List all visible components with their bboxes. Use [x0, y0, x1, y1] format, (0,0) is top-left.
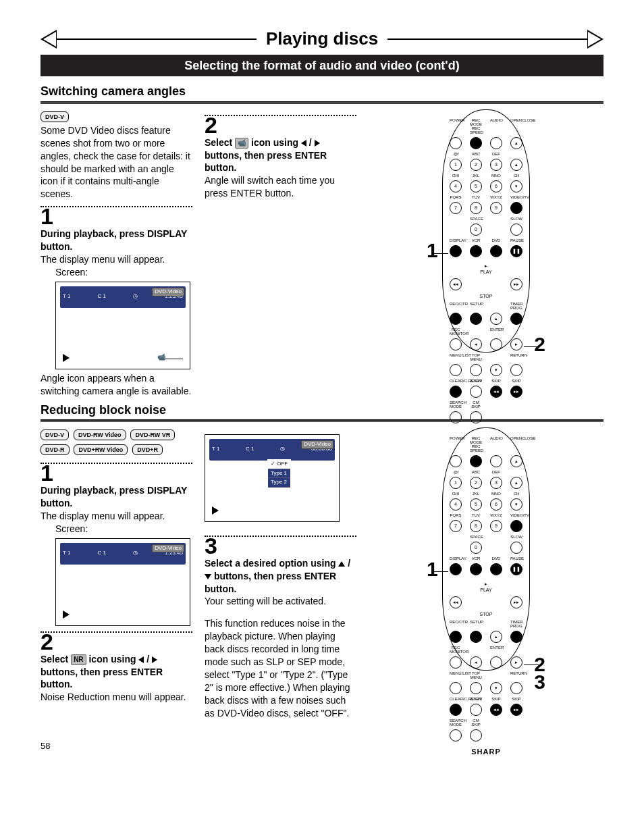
osd-title-chapter: C 1	[246, 446, 254, 453]
ch-up[interactable]: ▴	[510, 477, 522, 489]
zoom-button[interactable]	[470, 704, 482, 716]
dvd-button[interactable]	[490, 245, 502, 257]
search-button[interactable]	[450, 411, 462, 423]
digit-0[interactable]: 0	[470, 224, 482, 236]
recmon-button[interactable]	[450, 338, 462, 350]
digit-2[interactable]: 2	[470, 159, 482, 171]
pause-button[interactable]: ❚❚	[510, 563, 522, 575]
zoom-button[interactable]	[470, 386, 482, 398]
osd-clock-icon: ◷	[133, 293, 138, 301]
ff-button[interactable]: ▸▸	[510, 278, 522, 290]
display-button[interactable]	[450, 245, 462, 257]
videotv-button[interactable]	[510, 202, 522, 214]
digit-8[interactable]: 8	[470, 202, 482, 214]
rec-button[interactable]	[450, 313, 462, 325]
up-button[interactable]: ▴	[490, 631, 502, 643]
skipback-button[interactable]: ◂◂	[490, 704, 502, 716]
digit-2[interactable]: 2	[470, 477, 482, 489]
rew-button[interactable]: ◂◂	[450, 278, 462, 290]
enter-button[interactable]	[490, 656, 502, 669]
ch-down[interactable]: ▾	[510, 180, 522, 192]
digit-9[interactable]: 9	[490, 520, 502, 532]
return-button[interactable]	[510, 682, 522, 694]
down-button[interactable]: ▾	[490, 364, 502, 376]
digit-9[interactable]: 9	[490, 202, 502, 214]
btn-label: DEF	[490, 470, 502, 474]
menu-button[interactable]	[450, 682, 462, 694]
clear-button[interactable]	[450, 704, 462, 716]
setup-button[interactable]	[470, 313, 482, 325]
btn-label: POWER	[450, 118, 462, 134]
right-button[interactable]: ▸	[510, 656, 522, 669]
recmode-button[interactable]	[470, 455, 482, 467]
display-button[interactable]	[450, 563, 462, 575]
openclose-button[interactable]: ▴	[510, 137, 522, 149]
rec-button[interactable]	[450, 631, 462, 643]
timer-button[interactable]	[510, 631, 522, 643]
slow-button[interactable]	[510, 542, 522, 554]
pause-button[interactable]: ❚❚	[510, 245, 522, 257]
ff-button[interactable]: ▸▸	[510, 596, 522, 608]
setup-button[interactable]	[470, 631, 482, 643]
left-button[interactable]: ◂	[470, 338, 482, 350]
digit-6[interactable]: 6	[490, 498, 502, 511]
left-button[interactable]: ◂	[470, 656, 482, 669]
disc-badge: DVD-RW Video	[74, 429, 126, 440]
right-button[interactable]: ▸	[510, 338, 522, 350]
digit-6[interactable]: 6	[490, 180, 502, 192]
digit-5[interactable]: 5	[470, 180, 482, 192]
text: Select	[41, 654, 68, 664]
btn-label: REC MONITOR	[450, 646, 462, 654]
power-button[interactable]	[450, 137, 462, 149]
digit-3[interactable]: 3	[490, 159, 502, 171]
btn-label: TIMER PROG.	[510, 302, 522, 310]
menu-button[interactable]	[450, 364, 462, 376]
clear-button[interactable]	[450, 386, 462, 398]
openclose-button[interactable]: ▴	[510, 455, 522, 467]
check-icon: ✓	[271, 461, 275, 467]
chevron-right-icon	[587, 30, 603, 49]
cmskip-button[interactable]	[470, 411, 482, 423]
skipfwd-button[interactable]: ▸▸	[510, 704, 522, 716]
videotv-button[interactable]	[510, 520, 522, 532]
digit-0[interactable]: 0	[470, 542, 482, 554]
btn-label: ZOOM	[470, 697, 482, 701]
recmode-button[interactable]	[470, 137, 482, 149]
digit-3[interactable]: 3	[490, 477, 502, 489]
vcr-button[interactable]	[470, 245, 482, 257]
topmenu-button[interactable]	[470, 682, 482, 694]
down-button[interactable]: ▾	[490, 682, 502, 694]
digit-5[interactable]: 5	[470, 498, 482, 511]
digit-7[interactable]: 7	[450, 202, 462, 214]
digit-4[interactable]: 4	[450, 180, 462, 192]
skipfwd-button[interactable]: ▸▸	[510, 386, 522, 398]
audio-button[interactable]	[490, 137, 502, 149]
cmskip-button[interactable]	[470, 729, 482, 741]
skipback-button[interactable]: ◂◂	[490, 386, 502, 398]
up-button[interactable]: ▴	[490, 313, 502, 325]
digit-7[interactable]: 7	[450, 520, 462, 532]
left-arrow-icon	[301, 140, 306, 147]
btn-label: DVD	[490, 238, 502, 242]
return-button[interactable]	[510, 364, 522, 376]
search-button[interactable]	[450, 729, 462, 741]
digit-1[interactable]: 1	[450, 477, 462, 489]
recmon-button[interactable]	[450, 656, 462, 669]
ch-down[interactable]: ▾	[510, 498, 522, 511]
digit-8[interactable]: 8	[470, 520, 482, 532]
dvd-button[interactable]	[490, 563, 502, 575]
ch-up[interactable]: ▴	[510, 159, 522, 171]
slow-button[interactable]	[510, 224, 522, 236]
callout-1: 1	[427, 556, 438, 583]
power-button[interactable]	[450, 455, 462, 467]
timer-button[interactable]	[510, 313, 522, 325]
btn-label: GHI	[450, 174, 462, 178]
digit-1[interactable]: 1	[450, 159, 462, 171]
angles-step2-title: Select 📹 icon using / buttons, then pres…	[205, 136, 356, 175]
digit-4[interactable]: 4	[450, 498, 462, 511]
vcr-button[interactable]	[470, 563, 482, 575]
enter-button[interactable]	[490, 338, 502, 350]
rew-button[interactable]: ◂◂	[450, 596, 462, 608]
audio-button[interactable]	[490, 455, 502, 467]
topmenu-button[interactable]	[470, 364, 482, 376]
